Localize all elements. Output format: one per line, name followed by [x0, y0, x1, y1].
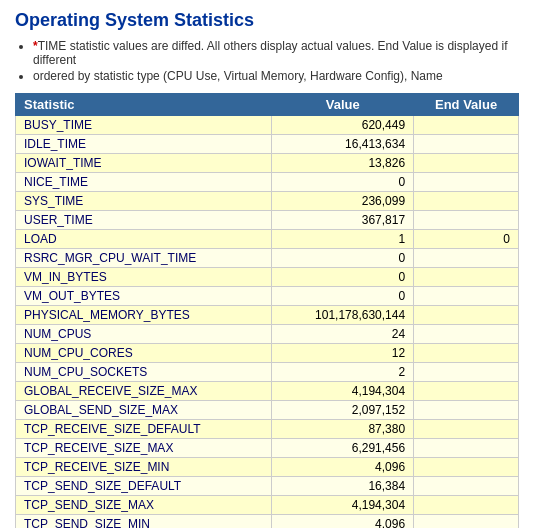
stat-name-cell: NICE_TIME [16, 173, 272, 192]
note-item-1: *TIME statistic values are diffed. All o… [33, 39, 519, 67]
value-cell: 16,413,634 [272, 135, 414, 154]
end-value-cell [414, 458, 519, 477]
end-value-cell [414, 382, 519, 401]
table-row: VM_OUT_BYTES0 [16, 287, 519, 306]
table-row: NICE_TIME0 [16, 173, 519, 192]
value-cell: 2,097,152 [272, 401, 414, 420]
table-header-row: Statistic Value End Value [16, 94, 519, 116]
stat-name-cell: IOWAIT_TIME [16, 154, 272, 173]
value-cell: 0 [272, 287, 414, 306]
end-value-cell [414, 192, 519, 211]
stat-name-cell: NUM_CPUS [16, 325, 272, 344]
end-value-cell [414, 287, 519, 306]
value-cell: 4,096 [272, 515, 414, 529]
page-title: Operating System Statistics [15, 10, 519, 31]
stat-name-cell: TCP_SEND_SIZE_DEFAULT [16, 477, 272, 496]
table-row: RSRC_MGR_CPU_WAIT_TIME0 [16, 249, 519, 268]
stat-name-cell: IDLE_TIME [16, 135, 272, 154]
value-cell: 4,194,304 [272, 496, 414, 515]
end-value-cell: 0 [414, 230, 519, 249]
value-cell: 6,291,456 [272, 439, 414, 458]
stat-name-cell: NUM_CPU_CORES [16, 344, 272, 363]
table-row: NUM_CPUS24 [16, 325, 519, 344]
note-item-2: ordered by statistic type (CPU Use, Virt… [33, 69, 519, 83]
stat-name-cell: TCP_RECEIVE_SIZE_DEFAULT [16, 420, 272, 439]
stat-name-cell: TCP_SEND_SIZE_MAX [16, 496, 272, 515]
table-row: LOAD10 [16, 230, 519, 249]
stat-name-cell: BUSY_TIME [16, 116, 272, 135]
table-row: TCP_SEND_SIZE_MAX4,194,304 [16, 496, 519, 515]
value-cell: 0 [272, 249, 414, 268]
stat-name-cell: VM_IN_BYTES [16, 268, 272, 287]
table-row: BUSY_TIME620,449 [16, 116, 519, 135]
table-row: PHYSICAL_MEMORY_BYTES101,178,630,144 [16, 306, 519, 325]
stat-name-cell: TCP_SEND_SIZE_MIN [16, 515, 272, 529]
end-value-cell [414, 496, 519, 515]
value-cell: 24 [272, 325, 414, 344]
end-value-cell [414, 135, 519, 154]
end-value-cell [414, 515, 519, 529]
stat-name-cell: LOAD [16, 230, 272, 249]
end-value-cell [414, 173, 519, 192]
end-value-cell [414, 249, 519, 268]
statistics-table: Statistic Value End Value BUSY_TIME620,4… [15, 93, 519, 528]
value-cell: 620,449 [272, 116, 414, 135]
table-row: VM_IN_BYTES0 [16, 268, 519, 287]
end-value-cell [414, 477, 519, 496]
stat-name-cell: SYS_TIME [16, 192, 272, 211]
table-row: TCP_SEND_SIZE_MIN4,096 [16, 515, 519, 529]
value-cell: 1 [272, 230, 414, 249]
end-value-cell [414, 306, 519, 325]
value-cell: 101,178,630,144 [272, 306, 414, 325]
table-row: GLOBAL_SEND_SIZE_MAX2,097,152 [16, 401, 519, 420]
end-value-cell [414, 439, 519, 458]
table-row: TCP_RECEIVE_SIZE_MIN4,096 [16, 458, 519, 477]
header-end-value: End Value [414, 94, 519, 116]
value-cell: 4,194,304 [272, 382, 414, 401]
table-row: SYS_TIME236,099 [16, 192, 519, 211]
value-cell: 367,817 [272, 211, 414, 230]
end-value-cell [414, 211, 519, 230]
end-value-cell [414, 154, 519, 173]
value-cell: 0 [272, 173, 414, 192]
value-cell: 0 [272, 268, 414, 287]
stat-name-cell: VM_OUT_BYTES [16, 287, 272, 306]
stat-name-cell: GLOBAL_SEND_SIZE_MAX [16, 401, 272, 420]
star-icon: * [33, 39, 38, 53]
table-row: GLOBAL_RECEIVE_SIZE_MAX4,194,304 [16, 382, 519, 401]
table-row: USER_TIME367,817 [16, 211, 519, 230]
stat-name-cell: PHYSICAL_MEMORY_BYTES [16, 306, 272, 325]
stat-name-cell: TCP_RECEIVE_SIZE_MIN [16, 458, 272, 477]
table-row: NUM_CPU_SOCKETS2 [16, 363, 519, 382]
end-value-cell [414, 420, 519, 439]
stat-name-cell: USER_TIME [16, 211, 272, 230]
stat-name-cell: NUM_CPU_SOCKETS [16, 363, 272, 382]
table-row: NUM_CPU_CORES12 [16, 344, 519, 363]
stat-name-cell: RSRC_MGR_CPU_WAIT_TIME [16, 249, 272, 268]
value-cell: 2 [272, 363, 414, 382]
value-cell: 236,099 [272, 192, 414, 211]
value-cell: 16,384 [272, 477, 414, 496]
stat-name-cell: GLOBAL_RECEIVE_SIZE_MAX [16, 382, 272, 401]
header-statistic: Statistic [16, 94, 272, 116]
end-value-cell [414, 325, 519, 344]
value-cell: 4,096 [272, 458, 414, 477]
table-row: TCP_RECEIVE_SIZE_MAX6,291,456 [16, 439, 519, 458]
header-value: Value [272, 94, 414, 116]
notes-list: *TIME statistic values are diffed. All o… [15, 39, 519, 83]
stat-name-cell: TCP_RECEIVE_SIZE_MAX [16, 439, 272, 458]
value-cell: 12 [272, 344, 414, 363]
table-row: TCP_RECEIVE_SIZE_DEFAULT87,380 [16, 420, 519, 439]
end-value-cell [414, 268, 519, 287]
value-cell: 87,380 [272, 420, 414, 439]
end-value-cell [414, 344, 519, 363]
end-value-cell [414, 116, 519, 135]
table-row: IOWAIT_TIME13,826 [16, 154, 519, 173]
end-value-cell [414, 401, 519, 420]
end-value-cell [414, 363, 519, 382]
table-row: IDLE_TIME16,413,634 [16, 135, 519, 154]
value-cell: 13,826 [272, 154, 414, 173]
table-row: TCP_SEND_SIZE_DEFAULT16,384 [16, 477, 519, 496]
